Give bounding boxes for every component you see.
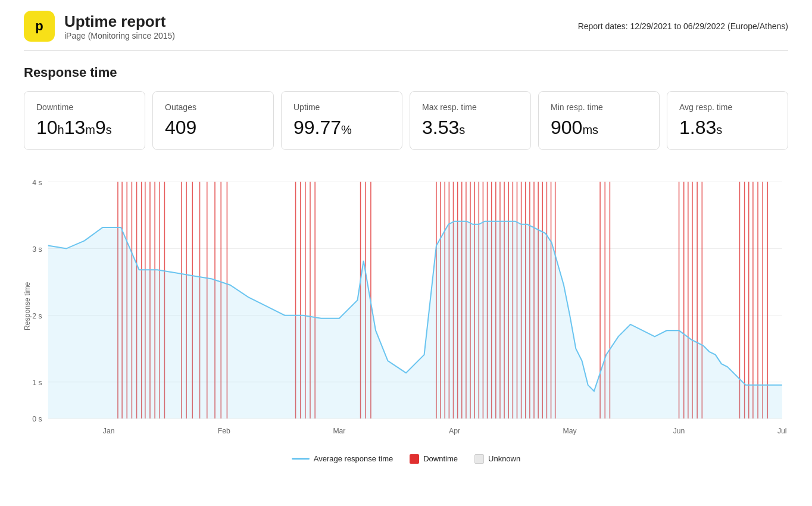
stat-value-max-resp: 3.53s bbox=[422, 117, 519, 139]
stat-card-downtime: Downtime 10h13m9s bbox=[24, 91, 145, 150]
stat-card-min-resp: Min resp. time 900ms bbox=[538, 91, 660, 150]
svg-text:Mar: Mar bbox=[333, 427, 345, 435]
svg-text:Feb: Feb bbox=[218, 427, 230, 435]
stat-value-downtime: 10h13m9s bbox=[36, 117, 133, 139]
svg-text:May: May bbox=[563, 427, 577, 435]
section-title: Response time bbox=[24, 65, 788, 80]
svg-text:2 s: 2 s bbox=[32, 312, 42, 320]
stat-label: Min resp. time bbox=[551, 102, 647, 112]
stat-card-avg-resp: Avg resp. time 1.83s bbox=[667, 91, 788, 150]
header-left: p Uptime report iPage (Monitoring since … bbox=[24, 11, 175, 42]
legend-downtime-label: Downtime bbox=[423, 454, 458, 463]
legend-downtime: Downtime bbox=[410, 454, 458, 464]
stat-label: Outages bbox=[165, 102, 261, 112]
report-dates: Report dates: 12/29/2021 to 06/29/2022 (… bbox=[578, 21, 788, 31]
svg-marker-83 bbox=[48, 221, 782, 418]
legend-line-avg bbox=[292, 458, 310, 460]
stat-value-uptime: 99.77% bbox=[293, 117, 390, 139]
stats-row: Downtime 10h13m9s Outages 409 Uptime 99.… bbox=[24, 91, 788, 150]
svg-text:Apr: Apr bbox=[449, 427, 460, 435]
chart-legend: Average response time Downtime Unknown bbox=[24, 454, 788, 464]
response-time-chart: 4 s 3 s 2 s 1 s 0 s Response time bbox=[24, 167, 788, 446]
stat-label: Downtime bbox=[36, 102, 133, 112]
stat-value-avg-resp: 1.83s bbox=[679, 117, 776, 139]
stat-card-uptime: Uptime 99.77% bbox=[281, 91, 402, 150]
logo-icon: p bbox=[24, 11, 55, 42]
stat-label: Max resp. time bbox=[422, 102, 519, 112]
legend-avg-label: Average response time bbox=[314, 454, 393, 463]
svg-text:1 s: 1 s bbox=[32, 379, 42, 387]
legend-avg: Average response time bbox=[292, 454, 393, 463]
stat-label: Uptime bbox=[293, 102, 390, 112]
page-subtitle: iPage (Monitoring since 2015) bbox=[64, 31, 175, 40]
legend-unknown: Unknown bbox=[474, 454, 520, 464]
title-block: Uptime report iPage (Monitoring since 20… bbox=[64, 13, 175, 40]
stat-card-outages: Outages 409 bbox=[152, 91, 274, 150]
svg-text:Jun: Jun bbox=[673, 427, 685, 435]
svg-text:Jul: Jul bbox=[777, 427, 787, 435]
legend-unknown-label: Unknown bbox=[488, 454, 520, 463]
main-content: Response time Downtime 10h13m9s Outages … bbox=[0, 51, 812, 476]
stat-label: Avg resp. time bbox=[679, 102, 776, 112]
stat-value-min-resp: 900ms bbox=[551, 117, 647, 139]
legend-box-unknown bbox=[474, 454, 484, 464]
chart-container: 4 s 3 s 2 s 1 s 0 s Response time bbox=[24, 167, 788, 446]
svg-text:0 s: 0 s bbox=[32, 415, 42, 423]
legend-box-downtime bbox=[410, 454, 419, 464]
header: p Uptime report iPage (Monitoring since … bbox=[0, 0, 812, 50]
page-title: Uptime report bbox=[64, 13, 175, 31]
svg-text:Response time: Response time bbox=[24, 282, 32, 330]
svg-text:Jan: Jan bbox=[103, 427, 115, 435]
stat-value-outages: 409 bbox=[165, 117, 261, 139]
svg-text:4 s: 4 s bbox=[32, 179, 42, 187]
stat-card-max-resp: Max resp. time 3.53s bbox=[410, 91, 531, 150]
svg-text:3 s: 3 s bbox=[32, 245, 42, 254]
